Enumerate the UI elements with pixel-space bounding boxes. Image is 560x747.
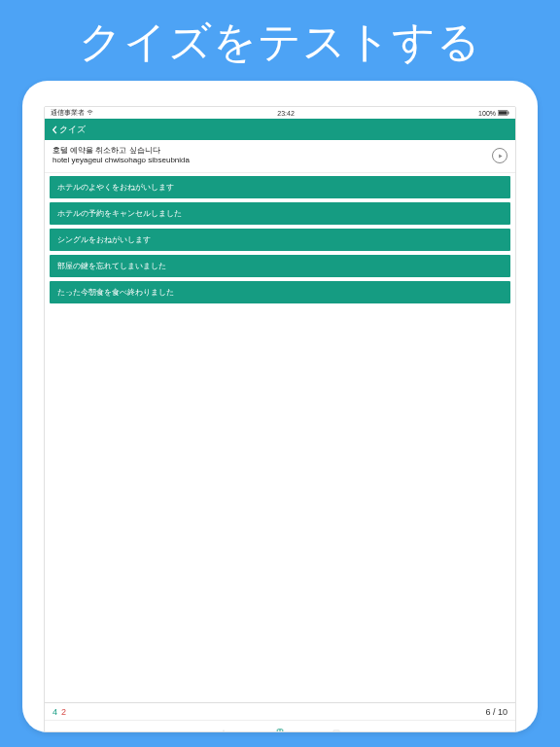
answer-option[interactable]: 部屋の鍵を忘れてしまいました [50, 255, 510, 277]
status-right: 100% [478, 110, 509, 117]
tab-book-icon[interactable] [276, 723, 284, 730]
answer-list: ホテルのよやくをおねがいします ホテルの予約をキャンセルしました シングルをおね… [45, 173, 515, 310]
question-row: 호텔 예약을 취소하고 싶습니다 hotel yeyageul chwisoha… [45, 140, 515, 173]
battery-label: 100% [478, 110, 496, 117]
score-box: 4 2 [52, 707, 66, 717]
score-wrong: 2 [61, 707, 66, 717]
tab-card-icon[interactable] [332, 723, 340, 730]
back-button[interactable]: クイズ [51, 124, 86, 136]
tab-star-icon[interactable] [220, 723, 228, 730]
svg-rect-6 [333, 730, 339, 733]
progress-label: 6 / 10 [485, 707, 508, 717]
question-text: 호텔 예약을 취소하고 싶습니다 hotel yeyageul chwisoha… [52, 146, 190, 166]
app-canvas: クイズをテストする 通信事業者 23:42 100% [0, 0, 560, 747]
banner-title: クイズをテストする [0, 0, 560, 81]
app-screen: 通信事業者 23:42 100% クイズ [44, 106, 516, 732]
svg-rect-2 [499, 111, 508, 114]
score-correct: 4 [52, 707, 57, 717]
nav-bar: クイズ [45, 119, 515, 140]
battery-icon [498, 110, 509, 117]
answer-option[interactable]: たった今朝食を食べ終わりました [50, 281, 510, 303]
tablet-frame: 通信事業者 23:42 100% クイズ [22, 81, 538, 732]
answer-option[interactable]: ホテルのよやくをおねがいします [50, 176, 510, 198]
svg-rect-3 [508, 111, 509, 114]
answer-option[interactable]: ホテルの予約をキャンセルしました [50, 202, 510, 225]
status-left: 通信事業者 [51, 108, 93, 118]
status-time: 23:42 [277, 110, 295, 117]
play-icon [497, 153, 504, 160]
question-line1: 호텔 예약을 취소하고 싶습니다 [52, 146, 190, 156]
answer-option[interactable]: シングルをおねがいします [50, 229, 510, 251]
quiz-footer: 4 2 6 / 10 [45, 702, 515, 720]
tab-bar [45, 720, 515, 731]
chevron-left-icon [51, 125, 59, 134]
carrier-label: 通信事業者 [51, 108, 85, 118]
wifi-icon [87, 109, 93, 117]
svg-point-0 [89, 114, 90, 115]
status-bar: 通信事業者 23:42 100% [45, 107, 515, 119]
content-filler [45, 310, 515, 702]
question-line2: hotel yeyageul chwisohago sibseubnida [52, 156, 190, 165]
back-label: クイズ [59, 124, 86, 136]
play-audio-button[interactable] [492, 148, 508, 163]
